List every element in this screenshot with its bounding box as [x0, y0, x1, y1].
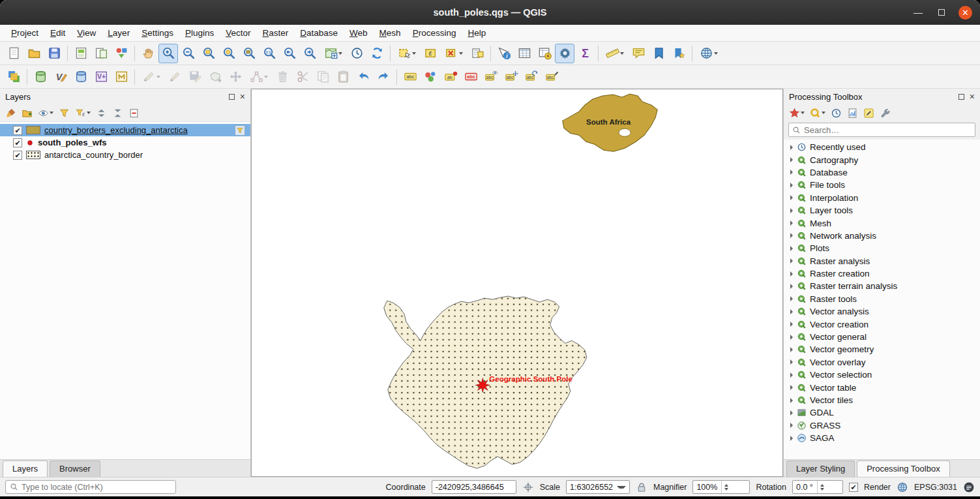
metasearch-button[interactable] [696, 44, 722, 63]
processing-toolbox-toggle-button[interactable] [555, 44, 574, 63]
toolbox-group-vector-table[interactable]: Vector table [784, 381, 980, 393]
new-project-button[interactable] [4, 44, 23, 63]
toolbox-group-raster-terrain-analysis[interactable]: Raster terrain analysis [784, 280, 980, 292]
toolbox-group-vector-general[interactable]: Vector general [784, 331, 980, 343]
magnifier-spinner[interactable]: 100% [692, 480, 750, 494]
new-spatialite-layer-button[interactable] [71, 67, 91, 87]
expand-arrow-icon[interactable] [790, 220, 793, 226]
chevron-down-icon[interactable] [87, 112, 91, 114]
toolbox-group-interpolation[interactable]: Interpolation [784, 192, 980, 204]
spinner-arrows-icon[interactable] [817, 481, 839, 493]
zoom-out-button[interactable] [179, 44, 198, 63]
toolbox-group-layer-tools[interactable]: Layer tools [784, 204, 980, 217]
maximize-icon[interactable] [935, 6, 948, 19]
toolbox-group-raster-analysis[interactable]: Raster analysis [784, 255, 980, 267]
toolbox-search[interactable] [788, 123, 975, 137]
highlight-pinned-labels-button[interactable]: abc [461, 67, 481, 87]
layer-labeling-options-button[interactable]: abc [400, 67, 420, 87]
chevron-down-icon[interactable] [459, 52, 463, 55]
layer-diagram-options-button[interactable] [421, 67, 440, 87]
expand-arrow-icon[interactable] [790, 347, 793, 352]
expand-arrow-icon[interactable] [790, 335, 793, 340]
toolbox-group-raster-creation[interactable]: Raster creation [784, 267, 980, 280]
expand-all-button[interactable] [95, 106, 108, 120]
menu-layer[interactable]: Layer [102, 26, 136, 40]
toolbox-group-database[interactable]: Database [784, 166, 980, 179]
new-print-layout-button[interactable] [71, 44, 91, 63]
pin-unpin-labels-button[interactable]: ab [441, 67, 460, 87]
layer-visibility-checkbox[interactable]: ✔ [13, 126, 22, 135]
new-temporary-scratch-layer-button[interactable] [111, 67, 131, 87]
toolbox-group-grass[interactable]: GRASS [784, 419, 980, 432]
crs-value[interactable]: EPSG:3031 [914, 483, 957, 492]
processing-results-viewer-button[interactable] [846, 106, 859, 120]
rotate-label-button[interactable]: abc [522, 67, 541, 87]
map-canvas[interactable]: South Africa Geographic South Pole [251, 89, 783, 477]
close-icon[interactable]: ✕ [958, 6, 972, 20]
toolbox-group-saga[interactable]: SAGA [784, 432, 980, 444]
tab-layers[interactable]: Layers [3, 461, 48, 477]
toolbox-group-cartography[interactable]: Cartography [784, 153, 980, 166]
extents-icon[interactable] [522, 481, 534, 493]
menu-web[interactable]: Web [344, 26, 374, 40]
expand-arrow-icon[interactable] [790, 157, 793, 162]
toolbox-group-raster-tools[interactable]: Raster tools [784, 293, 980, 305]
processing-options-button[interactable] [878, 106, 892, 120]
toolbox-group-mesh[interactable]: Mesh [784, 217, 980, 229]
menu-processing[interactable]: Processing [407, 26, 462, 40]
expand-arrow-icon[interactable] [790, 233, 793, 238]
expand-arrow-icon[interactable] [790, 410, 793, 416]
zoom-in-button[interactable] [158, 44, 178, 63]
collapse-all-button[interactable] [111, 106, 125, 120]
rotation-spinner[interactable]: 0.0 ° [792, 480, 843, 494]
tab-browser[interactable]: Browser [50, 461, 100, 477]
identify-features-button[interactable]: i [494, 44, 514, 63]
expand-arrow-icon[interactable] [790, 183, 793, 188]
zoom-to-selection-button[interactable] [219, 44, 239, 63]
edit-features-in-place-button[interactable] [862, 106, 876, 120]
expand-arrow-icon[interactable] [790, 398, 793, 403]
chevron-down-icon[interactable] [338, 52, 342, 55]
redo-button[interactable] [374, 67, 393, 87]
chevron-down-icon[interactable] [714, 52, 718, 55]
new-spatial-bookmark-button[interactable] [649, 44, 668, 63]
tab-processing-toolbox[interactable]: Processing Toolbox [857, 461, 950, 477]
remove-layer-group-button[interactable] [127, 106, 141, 120]
show-layout-manager-button[interactable] [91, 44, 111, 63]
menu-plugins[interactable]: Plugins [179, 26, 220, 40]
zoom-full-button[interactable] [199, 44, 218, 63]
expand-arrow-icon[interactable] [790, 284, 793, 289]
manage-map-themes-button[interactable] [37, 106, 55, 120]
expand-arrow-icon[interactable] [790, 385, 793, 390]
add-group-button[interactable] [20, 106, 34, 120]
processing-history-button[interactable] [829, 106, 843, 120]
close-panel-icon[interactable]: × [240, 92, 245, 101]
expand-arrow-icon[interactable] [790, 271, 793, 277]
deselect-features-button[interactable] [441, 44, 467, 63]
zoom-next-button[interactable] [300, 44, 319, 63]
expand-arrow-icon[interactable] [790, 436, 793, 441]
data-source-manager-button[interactable] [4, 67, 23, 87]
tab-layer-styling[interactable]: Layer Styling [786, 461, 855, 477]
locate-input[interactable] [22, 483, 171, 492]
toolbox-group-file-tools[interactable]: File tools [784, 179, 980, 191]
toolbox-group-vector-overlay[interactable]: Vector overlay [784, 356, 980, 369]
change-label-properties-button[interactable]: abc [542, 67, 561, 87]
menu-edit[interactable]: Edit [44, 26, 71, 40]
new-virtual-layer-button[interactable]: V+ [91, 67, 111, 87]
save-project-button[interactable] [44, 44, 64, 63]
float-panel-icon[interactable] [229, 94, 235, 100]
temporal-controller-button[interactable] [347, 44, 366, 63]
toolbox-search-input[interactable] [804, 125, 972, 135]
locate-bar[interactable] [5, 480, 176, 494]
chevron-down-icon[interactable] [156, 76, 160, 78]
open-layer-styling-panel-button[interactable] [4, 106, 18, 120]
scale-combo[interactable]: 1:63026552 [566, 480, 630, 494]
processing-scripts-button[interactable] [809, 106, 827, 120]
move-label-button[interactable]: abc [501, 67, 521, 87]
chevron-down-icon[interactable] [801, 112, 805, 114]
select-by-value-button[interactable] [468, 44, 487, 63]
expand-arrow-icon[interactable] [790, 145, 793, 150]
open-attribute-table-button[interactable] [514, 44, 534, 63]
menu-settings[interactable]: Settings [136, 26, 179, 40]
